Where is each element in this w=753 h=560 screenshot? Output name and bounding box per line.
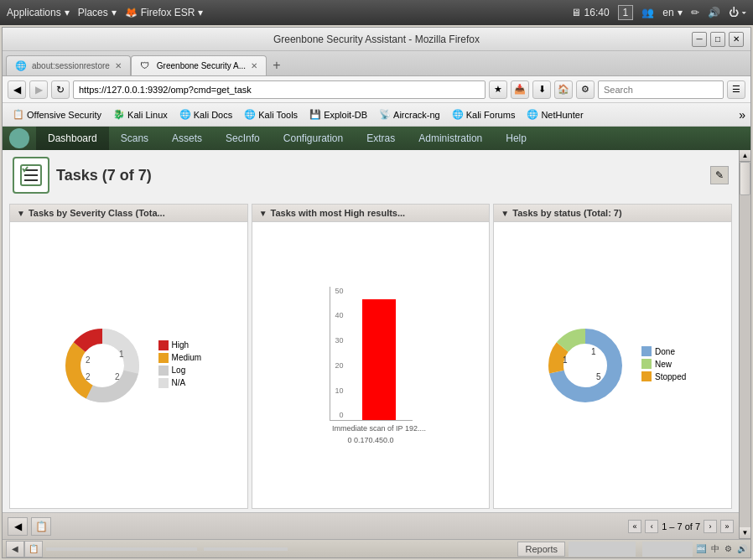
legend-new: New (641, 359, 686, 369)
legend-na: N/A (158, 378, 202, 388)
high-results-collapse-btn[interactable]: ▼ (259, 209, 267, 218)
page-edit-button[interactable]: ✎ (710, 166, 729, 184)
status-bar-spacer (569, 542, 636, 557)
first-page-btn[interactable]: « (628, 520, 641, 533)
prev-page-btn[interactable]: ‹ (645, 520, 658, 533)
close-tab-1[interactable]: ✕ (115, 61, 122, 70)
task-list-btn[interactable]: 📋 (31, 517, 51, 536)
severity-donut-container: 2 1 2 2 High (56, 319, 202, 412)
forward-button[interactable]: ▶ (29, 80, 48, 99)
status-widget: ▼ Tasks by status (Total: 7) (493, 204, 732, 509)
pagination-info: « ‹ 1 – 7 of 7 › » (628, 520, 734, 533)
pen-icon: ✏ (691, 7, 699, 18)
severity-widget-header: ▼ Tasks by Severity Class (Tota... (10, 205, 247, 222)
dev-tools-icon[interactable]: ⚙ (576, 80, 595, 99)
new-tab-button[interactable]: + (267, 55, 287, 75)
browser-title: Greenbone Security Assistant - Mozilla F… (273, 34, 480, 45)
lang-switcher[interactable]: en ▾ (662, 7, 682, 18)
bm-kali-linux[interactable]: 🐉 Kali Linux (108, 107, 173, 122)
progress-bar-2 (204, 547, 288, 551)
nav-administration[interactable]: Administration (407, 127, 494, 150)
volume-icon[interactable]: 🔊 (708, 7, 720, 18)
status-right-icons: 🔤 中 ⚙ 🔊 (696, 543, 747, 555)
url-input[interactable] (73, 80, 486, 99)
refresh-button[interactable]: ↻ (51, 80, 70, 99)
bm-kali-forums[interactable]: 🌐 Kali Forums (447, 107, 521, 122)
back-button[interactable]: ◀ (8, 80, 26, 99)
bm-kali-tools[interactable]: 🌐 Kali Tools (239, 107, 303, 122)
progress-bar (46, 547, 197, 551)
svg-text:2: 2 (115, 372, 120, 381)
scroll-down-button[interactable]: ▼ (740, 527, 750, 539)
high-results-widget: ▼ Tasks with most High results... 50 40 … (252, 204, 491, 509)
scroll-up-button[interactable]: ▲ (740, 150, 750, 162)
scroll-track[interactable] (740, 162, 750, 527)
menu-button[interactable]: ☰ (727, 80, 745, 99)
legend-done: Done (641, 346, 686, 356)
home-button[interactable]: 🏠 (554, 80, 573, 99)
pocket-icon[interactable]: 📥 (511, 80, 529, 99)
svg-text:1: 1 (119, 350, 124, 359)
nav-scans[interactable]: Scans (109, 127, 160, 150)
nav-help[interactable]: Help (494, 127, 538, 150)
legend-medium: Medium (158, 353, 202, 363)
bm-nethunter[interactable]: 🌐 NetHunter (522, 107, 588, 122)
maximize-button[interactable]: □ (710, 32, 725, 47)
app-logo (3, 127, 36, 150)
nav-extras[interactable]: Extras (355, 127, 407, 150)
legend-stopped: Stopped (641, 371, 686, 381)
svg-text:2: 2 (86, 355, 91, 365)
power-menu[interactable]: ⏻ ▾ (729, 7, 746, 18)
nav-assets[interactable]: Assets (160, 127, 214, 150)
status-widget-header: ▼ Tasks by status (Total: 7) (494, 205, 731, 222)
bookmarks-more-button[interactable]: » (739, 108, 745, 122)
nav-configuration[interactable]: Configuration (272, 127, 355, 150)
legend-new-label: New (655, 360, 672, 369)
status-collapse-btn[interactable]: ▼ (501, 209, 509, 218)
svg-text:1: 1 (563, 355, 568, 365)
tasks-icon (13, 157, 49, 194)
bm-offensive-security[interactable]: 📋 Offensive Security (8, 107, 106, 122)
high-results-title: Tasks with most High results... (271, 208, 406, 218)
next-page-btn[interactable]: › (704, 520, 717, 533)
previous-page-btn[interactable]: ◀ (8, 517, 28, 536)
high-results-header: ▼ Tasks with most High results... (252, 205, 490, 222)
reports-tab[interactable]: Reports (517, 542, 565, 557)
places-menu[interactable]: Places ▾ (78, 7, 117, 18)
legend-log: Log (158, 366, 202, 376)
address-bar: ◀ ▶ ↻ ★ 📥 ⬇ 🏠 ⚙ ☰ (3, 76, 750, 103)
bm-kali-docs[interactable]: 🌐 Kali Docs (174, 107, 237, 122)
app-navigation: Dashboard Scans Assets SecInfo Configura… (3, 127, 750, 150)
nav-dashboard[interactable]: Dashboard (36, 127, 109, 150)
people-icon[interactable]: 👥 (641, 7, 654, 18)
legend-high: High (158, 340, 202, 350)
bookmark-star[interactable]: ★ (489, 80, 507, 99)
window-controls: ─ □ ✕ (692, 32, 744, 47)
download-icon[interactable]: ⬇ (532, 80, 551, 99)
nav-secinfo[interactable]: SecInfo (214, 127, 272, 150)
severity-widget: ▼ Tasks by Severity Class (Tota... (9, 204, 248, 509)
last-page-btn[interactable]: » (720, 520, 734, 533)
severity-collapse-btn[interactable]: ▼ (17, 209, 25, 218)
scroll-thumb[interactable] (740, 162, 750, 195)
close-tab-2[interactable]: ✕ (251, 61, 257, 70)
sidebar-toggle-btn[interactable]: ◀ (6, 541, 24, 557)
tab-sessionrestore[interactable]: 🌐 about:sessionrestore ✕ (6, 55, 131, 75)
bar-label: Immediate scan of IP 192.... (332, 424, 426, 433)
close-button[interactable]: ✕ (729, 32, 744, 47)
workspace-switcher[interactable]: 1 (618, 5, 634, 20)
search-input[interactable] (598, 80, 724, 99)
browser-titlebar: Greenbone Security Assistant - Mozilla F… (3, 28, 750, 51)
vertical-scrollbar[interactable]: ▲ ▼ (739, 150, 750, 539)
high-results-body: 50 40 30 20 10 0 Immediate scan of IP 19… (252, 222, 490, 508)
minimize-button[interactable]: ─ (692, 32, 707, 47)
bm-exploit-db[interactable]: 💾 Exploit-DB (304, 107, 372, 122)
bm-aircrack[interactable]: 📡 Aircrack-ng (374, 107, 445, 122)
applications-menu[interactable]: Applications ▾ (7, 7, 70, 18)
firefox-menu[interactable]: 🦊 Firefox ESR ▾ (125, 7, 204, 18)
status-donut-chart: 1 1 5 (539, 319, 631, 412)
os-taskbar: Applications ▾ Places ▾ 🦊 Firefox ESR ▾ … (0, 0, 753, 25)
tab-greenbone[interactable]: 🛡 Greenbone Security A... ✕ (131, 55, 267, 75)
tasks-view-btn[interactable]: 📋 (24, 541, 43, 557)
status-bar-spacer-2 (642, 542, 693, 557)
